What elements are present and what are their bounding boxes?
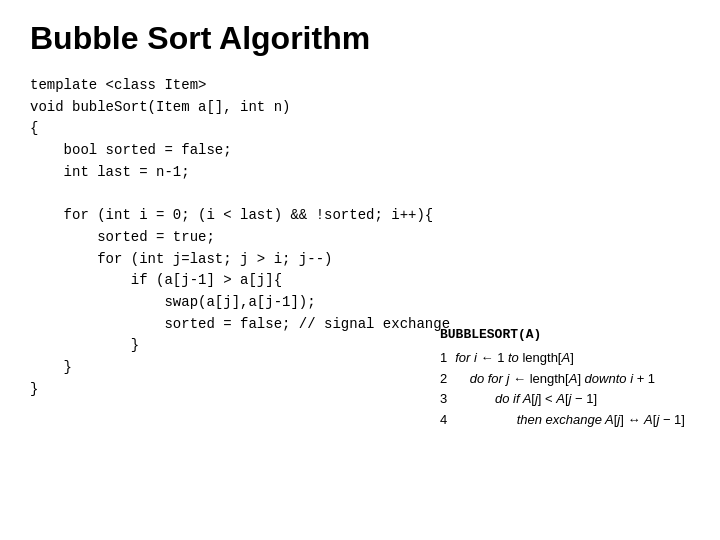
code-block: template <class Item> void bubleSort(Ite… [30, 75, 420, 400]
pseudocode-block: BUBBLESORT(A) 1 for i ← 1 to length[A] 2… [440, 325, 689, 431]
pseudo-line-text-2: do for j ← length[A] downto i + 1 [455, 369, 689, 390]
pseudo-line-num-4: 4 [440, 410, 455, 431]
pseudo-line-num-3: 3 [440, 389, 455, 410]
code-line-1: template <class Item> [30, 77, 206, 93]
page: Bubble Sort Algorithm template <class It… [0, 0, 720, 540]
code-line-10: if (a[j-1] > a[j]{ [30, 272, 282, 288]
content-area: template <class Item> void bubleSort(Ite… [30, 75, 690, 431]
code-line-13: } [30, 337, 139, 353]
code-line-3: { [30, 120, 38, 136]
code-line-15: } [30, 381, 38, 397]
pseudo-line-num-1: 1 [440, 348, 455, 369]
code-line-14: } [30, 359, 72, 375]
pseudo-line-text-1: for i ← 1 to length[A] [455, 348, 689, 369]
pseudocode-table: 1 for i ← 1 to length[A] 2 do for j ← le… [440, 348, 689, 431]
code-line-7: for (int i = 0; (i < last) && !sorted; i… [30, 207, 433, 223]
code-line-4: bool sorted = false; [30, 142, 232, 158]
pseudo-row-1: 1 for i ← 1 to length[A] [440, 348, 689, 369]
pseudo-line-text-4: then exchange A[j] ↔ A[j − 1] [455, 410, 689, 431]
pseudo-row-4: 4 then exchange A[j] ↔ A[j − 1] [440, 410, 689, 431]
page-title: Bubble Sort Algorithm [30, 20, 690, 57]
pseudocode-title: BUBBLESORT(A) [440, 325, 689, 346]
code-line-2: void bubleSort(Item a[], int n) [30, 99, 290, 115]
pseudo-line-num-2: 2 [440, 369, 455, 390]
code-line-5: int last = n-1; [30, 164, 190, 180]
pseudo-line-text-3: do if A[j] < A[j − 1] [455, 389, 689, 410]
code-line-9: for (int j=last; j > i; j--) [30, 251, 332, 267]
code-line-12: sorted = false; // signal exchange [30, 316, 450, 332]
code-line-8: sorted = true; [30, 229, 215, 245]
code-line-11: swap(a[j],a[j-1]); [30, 294, 316, 310]
pseudo-row-3: 3 do if A[j] < A[j − 1] [440, 389, 689, 410]
pseudo-row-2: 2 do for j ← length[A] downto i + 1 [440, 369, 689, 390]
